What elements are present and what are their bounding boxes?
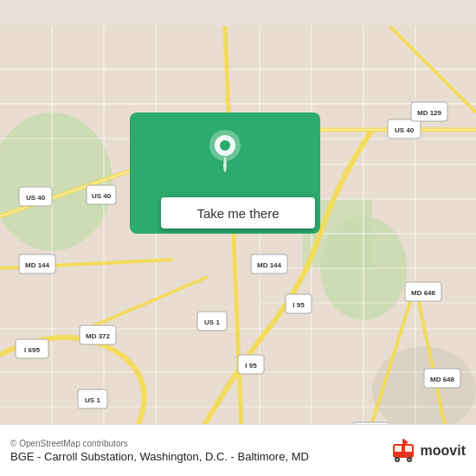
svg-text:MD 144: MD 144 (257, 261, 282, 269)
take-me-there-button[interactable]: Take me there (161, 197, 315, 228)
svg-text:I 95: I 95 (293, 301, 305, 309)
moovit-icon (389, 437, 417, 465)
svg-text:MD 129: MD 129 (417, 109, 442, 117)
svg-text:I 95: I 95 (245, 362, 257, 370)
svg-point-4 (372, 346, 476, 433)
svg-text:MD 144: MD 144 (25, 261, 50, 269)
svg-text:US 40: US 40 (395, 126, 415, 134)
location-pin-icon (206, 128, 244, 175)
svg-text:MD 648: MD 648 (411, 289, 436, 297)
svg-text:US 40: US 40 (92, 192, 112, 200)
info-text-block: © OpenStreetMap contributors BGE - Carro… (10, 439, 309, 463)
svg-rect-68 (405, 446, 412, 452)
svg-point-71 (396, 458, 398, 460)
svg-text:US 1: US 1 (85, 396, 100, 404)
info-bar: © OpenStreetMap contributors BGE - Carro… (0, 424, 476, 476)
svg-text:MD 648: MD 648 (430, 376, 455, 383)
svg-text:US 1: US 1 (204, 318, 220, 326)
location-name: BGE - Carroll Substation, Washington, D.… (10, 450, 309, 463)
svg-text:US 40: US 40 (26, 194, 46, 202)
svg-text:I 695: I 695 (24, 346, 40, 354)
moovit-logo: moovit (389, 437, 466, 465)
copyright-text: © OpenStreetMap contributors (10, 439, 309, 448)
svg-point-65 (220, 140, 230, 151)
svg-point-72 (408, 458, 410, 460)
svg-rect-67 (395, 446, 402, 452)
moovit-brand-text: moovit (421, 443, 466, 459)
map-container: US 40 US 40 US 40 MD 144 MD 144 MD 129 M… (0, 0, 476, 476)
svg-text:MD 372: MD 372 (86, 332, 111, 340)
map-svg: US 40 US 40 US 40 MD 144 MD 144 MD 129 M… (0, 0, 476, 476)
